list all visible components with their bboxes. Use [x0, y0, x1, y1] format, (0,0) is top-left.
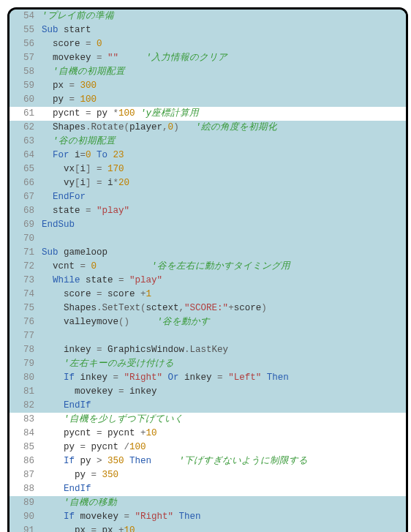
- line-number: 73: [10, 274, 40, 288]
- code-line[interactable]: 64 For i=0 To 23: [10, 149, 406, 162]
- code-line[interactable]: 70: [10, 232, 406, 246]
- code-line[interactable]: 77: [10, 329, 406, 343]
- code-line[interactable]: 76 valleymove() '谷を動かす: [10, 315, 406, 329]
- code-line[interactable]: 67 EndFor: [10, 190, 406, 204]
- line-number: 75: [10, 301, 40, 315]
- line-number: 58: [10, 65, 40, 79]
- code-content[interactable]: vy[i] = i*20: [40, 176, 406, 190]
- line-number: 67: [10, 190, 40, 204]
- code-line[interactable]: 86 If py > 350 Then '下げすぎないように制限する: [10, 454, 406, 468]
- line-number: 54: [10, 10, 40, 23]
- code-content[interactable]: px = px +10: [40, 524, 406, 532]
- code-line[interactable]: 79 '左右キーのみ受け付ける: [10, 357, 406, 371]
- code-content[interactable]: px = 300: [40, 79, 406, 93]
- code-line[interactable]: 66 vy[i] = i*20: [10, 176, 406, 190]
- line-number: 66: [10, 176, 40, 190]
- line-number: 87: [10, 468, 40, 482]
- code-line[interactable]: 65 vx[i] = 170: [10, 162, 406, 176]
- code-content[interactable]: EndSub: [40, 218, 406, 232]
- code-line[interactable]: 59 px = 300: [10, 79, 406, 93]
- code-content[interactable]: EndIf: [40, 482, 406, 496]
- code-content[interactable]: movekey = "" '入力情報のクリア: [40, 51, 406, 65]
- code-content[interactable]: EndIf: [40, 399, 406, 413]
- code-line[interactable]: 89 '自機の移動: [10, 496, 406, 510]
- line-number: 84: [10, 427, 40, 441]
- code-line[interactable]: 73 While state = "play": [10, 274, 406, 288]
- line-number: 57: [10, 51, 40, 65]
- code-content[interactable]: Shapes.Rotate(player,0) '絵の角度を初期化: [40, 121, 406, 135]
- line-number: 82: [10, 399, 40, 413]
- code-content[interactable]: If movekey = "Right" Then: [40, 510, 406, 524]
- code-content[interactable]: [40, 232, 406, 246]
- line-number: 90: [10, 510, 40, 524]
- code-line[interactable]: 58 '自機の初期配置: [10, 65, 406, 79]
- code-content[interactable]: score = score +1: [40, 288, 406, 301]
- code-content[interactable]: pycnt = pycnt +10: [40, 427, 406, 441]
- line-number: 60: [10, 93, 40, 107]
- code-line[interactable]: 88 EndIf: [10, 482, 406, 496]
- line-number: 85: [10, 441, 40, 454]
- code-line[interactable]: 69EndSub: [10, 218, 406, 232]
- code-content[interactable]: For i=0 To 23: [40, 149, 406, 162]
- code-line[interactable]: 54'プレイ前の準備: [10, 10, 406, 23]
- code-line[interactable]: 83 '自機を少しずつ下げていく: [10, 413, 406, 427]
- code-content[interactable]: score = 0: [40, 37, 406, 51]
- code-editor[interactable]: 54'プレイ前の準備55Sub start56 score = 057 move…: [7, 7, 408, 532]
- code-content[interactable]: '谷の初期配置: [40, 135, 406, 149]
- code-line[interactable]: 68 state = "play": [10, 204, 406, 218]
- code-content[interactable]: 'プレイ前の準備: [40, 10, 406, 23]
- code-line[interactable]: 82 EndIf: [10, 399, 406, 413]
- code-content[interactable]: pycnt = py *100 'y座標計算用: [40, 107, 406, 121]
- code-content[interactable]: While state = "play": [40, 274, 406, 288]
- code-content[interactable]: '自機の移動: [40, 496, 406, 510]
- code-content[interactable]: '自機を少しずつ下げていく: [40, 413, 406, 427]
- line-number: 81: [10, 385, 40, 399]
- code-line[interactable]: 63 '谷の初期配置: [10, 135, 406, 149]
- code-line[interactable]: 62 Shapes.Rotate(player,0) '絵の角度を初期化: [10, 121, 406, 135]
- code-line[interactable]: 75 Shapes.SetText(sctext,"SCORE:"+score): [10, 301, 406, 315]
- code-content[interactable]: '左右キーのみ受け付ける: [40, 357, 406, 371]
- line-number: 78: [10, 343, 40, 357]
- code-content[interactable]: Sub start: [40, 23, 406, 37]
- code-content[interactable]: movekey = inkey: [40, 385, 406, 399]
- code-line[interactable]: 57 movekey = "" '入力情報のクリア: [10, 51, 406, 65]
- code-content[interactable]: py = 350: [40, 468, 406, 482]
- code-content[interactable]: vx[i] = 170: [40, 162, 406, 176]
- code-content[interactable]: If inkey = "Right" Or inkey = "Left" The…: [40, 371, 406, 385]
- code-content[interactable]: '自機の初期配置: [40, 65, 406, 79]
- code-line[interactable]: 84 pycnt = pycnt +10: [10, 427, 406, 441]
- line-number: 79: [10, 357, 40, 371]
- code-line[interactable]: 60 py = 100: [10, 93, 406, 107]
- code-line[interactable]: 90 If movekey = "Right" Then: [10, 510, 406, 524]
- code-content[interactable]: py = pycnt /100: [40, 441, 406, 454]
- code-line[interactable]: 71Sub gameloop: [10, 246, 406, 260]
- code-content[interactable]: state = "play": [40, 204, 406, 218]
- code-content[interactable]: If py > 350 Then '下げすぎないように制限する: [40, 454, 406, 468]
- line-number: 68: [10, 204, 40, 218]
- code-content[interactable]: Sub gameloop: [40, 246, 406, 260]
- code-line[interactable]: 87 py = 350: [10, 468, 406, 482]
- code-line[interactable]: 74 score = score +1: [10, 288, 406, 301]
- code-line[interactable]: 85 py = pycnt /100: [10, 441, 406, 454]
- code-content[interactable]: [40, 329, 406, 343]
- code-line[interactable]: 56 score = 0: [10, 37, 406, 51]
- line-number: 64: [10, 149, 40, 162]
- code-content[interactable]: vcnt = 0 '谷を左右に動かすタイミング用: [40, 260, 406, 274]
- line-number: 74: [10, 288, 40, 301]
- code-content[interactable]: py = 100: [40, 93, 406, 107]
- code-line[interactable]: 91 px = px +10: [10, 524, 406, 532]
- code-line[interactable]: 72 vcnt = 0 '谷を左右に動かすタイミング用: [10, 260, 406, 274]
- code-line[interactable]: 78 inkey = GraphicsWindow.LastKey: [10, 343, 406, 357]
- code-content[interactable]: Shapes.SetText(sctext,"SCORE:"+score): [40, 301, 406, 315]
- line-number: 55: [10, 23, 40, 37]
- code-content[interactable]: inkey = GraphicsWindow.LastKey: [40, 343, 406, 357]
- line-number: 70: [10, 232, 40, 246]
- code-line[interactable]: 55Sub start: [10, 23, 406, 37]
- code-line[interactable]: 61 pycnt = py *100 'y座標計算用: [10, 107, 406, 121]
- code-content[interactable]: EndFor: [40, 190, 406, 204]
- code-content[interactable]: valleymove() '谷を動かす: [40, 315, 406, 329]
- line-number: 65: [10, 162, 40, 176]
- line-number: 61: [10, 107, 40, 121]
- code-line[interactable]: 80 If inkey = "Right" Or inkey = "Left" …: [10, 371, 406, 385]
- code-line[interactable]: 81 movekey = inkey: [10, 385, 406, 399]
